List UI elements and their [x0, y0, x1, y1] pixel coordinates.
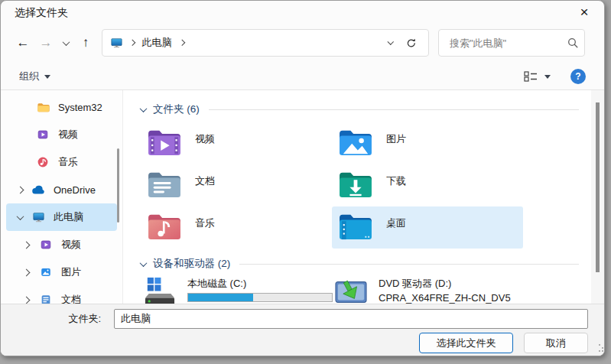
sidebar-scrollbar-thumb[interactable]: [117, 148, 119, 223]
sidebar-item-label: 文档: [61, 293, 81, 304]
scrollbar-thumb[interactable]: [596, 102, 600, 272]
this-pc-icon: [110, 37, 123, 49]
back-button[interactable]: ←: [11, 31, 34, 55]
drive-tile-c[interactable]: 本地磁盘 (C:) 46.4 GB 可用，共 69.2 GB: [141, 277, 332, 304]
breadcrumb-separator-icon: [178, 40, 184, 46]
folder-tile-videos[interactable]: 视频: [141, 122, 332, 164]
videos-folder-icon: [147, 126, 182, 164]
sidebar-item-videos[interactable]: 视频: [6, 121, 117, 148]
search-box[interactable]: [438, 29, 585, 57]
documents-folder-icon: [147, 168, 182, 206]
folder-icon: [35, 101, 50, 114]
sidebar-item-onedrive[interactable]: OneDrive: [6, 176, 117, 203]
forward-button[interactable]: →: [34, 31, 57, 55]
pictures-folder-icon: [338, 126, 373, 164]
folder-field-label: 文件夹:: [1, 309, 108, 329]
scrollbar-track[interactable]: [591, 90, 604, 304]
chevron-down-icon: [140, 105, 148, 112]
view-options-button[interactable]: [521, 66, 554, 87]
sidebar-item-music[interactable]: 音乐: [6, 148, 117, 176]
drive-name: 本地磁盘 (C:): [187, 277, 332, 291]
sidebar-item-label: 此电脑: [54, 210, 83, 224]
documents-icon: [38, 294, 54, 304]
folder-tile-label: 音乐: [195, 216, 215, 249]
drive-name: DVD 驱动器 (D:): [379, 277, 511, 291]
sidebar-item-documents[interactable]: 文档: [6, 286, 117, 304]
close-icon: ×: [580, 4, 588, 21]
folder-tile-label: 下载: [386, 174, 406, 206]
chevron-down-icon: [140, 259, 148, 267]
capacity-bar: [187, 293, 333, 302]
up-button[interactable]: ↑: [74, 31, 97, 55]
expand-chevron[interactable]: [15, 215, 24, 220]
videos-icon: [38, 239, 54, 251]
command-toolbar: 组织 ?: [1, 63, 604, 90]
folder-tile-downloads[interactable]: 下载: [332, 164, 523, 206]
drive-info: 本地磁盘 (C:) 46.4 GB 可用，共 69.2 GB: [187, 277, 332, 304]
sidebar-item-this-pc[interactable]: 此电脑: [6, 203, 117, 231]
folder-tile-label: 图片: [386, 132, 406, 164]
organize-label: 组织: [19, 70, 39, 83]
chevron-right-icon: [22, 241, 30, 249]
folder-tile-label: 文档: [195, 174, 215, 206]
help-button[interactable]: ?: [570, 69, 586, 84]
music-folder-icon: [147, 210, 182, 249]
section-rule: [239, 264, 579, 265]
dialog-body: System32 视频: [1, 90, 604, 304]
chevron-down-icon: [388, 39, 394, 45]
sidebar-item-videos-child[interactable]: 视频: [6, 231, 117, 258]
folder-tile-music[interactable]: 音乐: [141, 206, 332, 249]
folders-grid: 视频 图片: [141, 122, 591, 249]
folder-tile-pictures[interactable]: 图片: [332, 122, 523, 164]
navigation-bar: ← → ↑ 此电脑: [1, 26, 604, 60]
expand-chevron[interactable]: [15, 187, 24, 193]
pictures-icon: [38, 266, 54, 278]
sidebar-item-system32[interactable]: System32: [6, 93, 117, 121]
folder-tile-documents[interactable]: 文档: [141, 164, 332, 206]
dialog-title: 选择文件夹: [15, 6, 68, 20]
section-title: 文件夹 (6): [153, 102, 200, 116]
recent-locations-button[interactable]: [57, 31, 74, 55]
dvd-drive-icon: [333, 277, 369, 304]
address-dropdown-button[interactable]: [381, 31, 401, 54]
folder-name-input[interactable]: [114, 309, 588, 329]
resize-grip[interactable]: [593, 344, 600, 352]
downloads-folder-icon: [338, 168, 373, 206]
chevron-right-icon: [22, 296, 30, 304]
search-input[interactable]: [448, 37, 567, 50]
expand-chevron[interactable]: [21, 242, 31, 248]
sidebar-item-label: 视频: [58, 128, 78, 141]
cancel-button-label: 取消: [546, 336, 566, 350]
expand-chevron[interactable]: [21, 297, 31, 303]
organize-button[interactable]: 组织: [16, 66, 54, 87]
folder-tile-label: 视频: [195, 132, 215, 164]
chevron-down-icon: [16, 213, 24, 220]
folder-tile-desktop[interactable]: 桌面: [332, 206, 523, 249]
section-header-devices[interactable]: 设备和驱动器 (2): [141, 255, 591, 272]
hard-drive-icon: [142, 277, 177, 304]
onedrive-icon: [31, 185, 46, 195]
capacity-bar-fill: [188, 294, 253, 301]
chevron-right-icon: [16, 186, 24, 193]
music-icon: [35, 156, 50, 168]
navigation-pane: System32 视频: [1, 90, 123, 304]
address-bar[interactable]: 此电脑: [102, 29, 429, 57]
breadcrumb-item-this-pc[interactable]: 此电脑: [142, 36, 172, 50]
expand-chevron[interactable]: [21, 270, 31, 275]
refresh-button[interactable]: [401, 31, 421, 54]
section-header-folders[interactable]: 文件夹 (6): [141, 101, 591, 118]
cancel-button[interactable]: 取消: [524, 333, 588, 353]
select-folder-dialog: 选择文件夹 × ← → ↑ 此电脑: [0, 0, 605, 356]
sidebar-item-label: 音乐: [58, 155, 78, 169]
close-button[interactable]: ×: [569, 1, 600, 24]
drive-volume-label: CPRA_X64FRE_ZH-CN_DV5: [379, 292, 511, 304]
sidebar-item-pictures[interactable]: 图片: [6, 258, 117, 286]
section-title: 设备和驱动器 (2): [153, 257, 230, 271]
select-folder-button[interactable]: 选择此文件夹: [419, 333, 513, 353]
devices-grid: 本地磁盘 (C:) 46.4 GB 可用，共 69.2 GB: [141, 277, 591, 304]
sidebar-item-label: OneDrive: [54, 184, 96, 196]
folder-tile-label: 桌面: [386, 216, 406, 249]
drive-tile-d[interactable]: DVD 驱动器 (D:) CPRA_X64FRE_ZH-CN_DV5 0 字节可…: [332, 277, 523, 304]
desktop-folder-icon: [338, 210, 373, 249]
breadcrumb-separator-icon: [129, 40, 135, 46]
